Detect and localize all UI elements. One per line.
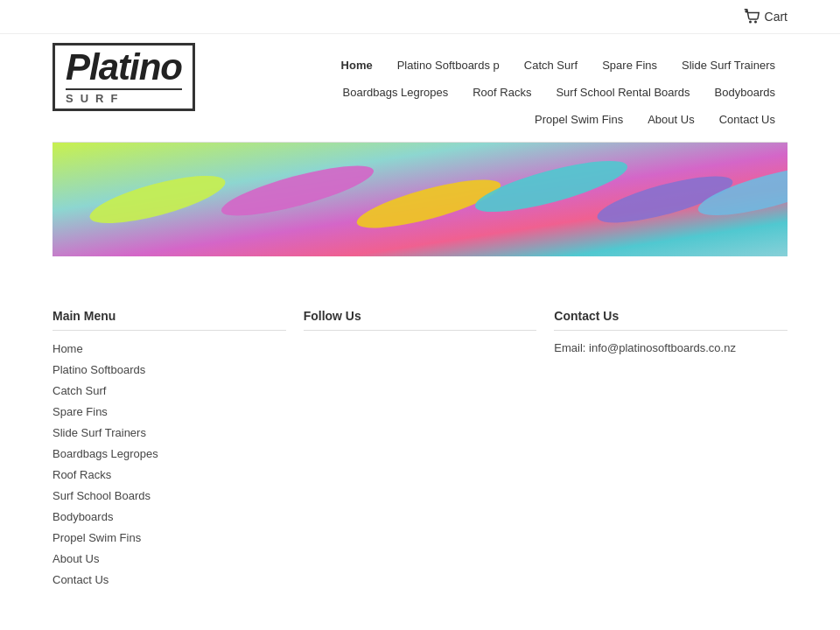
footer-link-about-us[interactable]: About Us bbox=[52, 552, 99, 565]
logo-sub-text: SURF bbox=[66, 92, 182, 105]
cart-label: Cart bbox=[765, 10, 788, 24]
top-bar: Cart bbox=[0, 0, 840, 34]
logo-main-text: Platino bbox=[66, 49, 182, 86]
nav-link-home[interactable]: Home bbox=[329, 52, 385, 79]
nav-link-about-us[interactable]: About Us bbox=[635, 106, 706, 133]
nav-link-catch-surf[interactable]: Catch Surf bbox=[512, 52, 590, 79]
footer-follow-us: Follow Us bbox=[304, 309, 537, 593]
list-item: Propel Swim Fins bbox=[52, 530, 286, 544]
nav-link-boardbags[interactable]: Boardbags Legropes bbox=[331, 79, 461, 106]
footer-contact: Contact Us Email: info@platinosoftboards… bbox=[554, 309, 788, 593]
nav-row-2: Boardbags Legropes Roof Racks Surf Schoo… bbox=[331, 79, 788, 106]
nav-link-bodyboards[interactable]: Bodyboards bbox=[703, 79, 788, 106]
list-item: Catch Surf bbox=[52, 383, 286, 397]
footer-contact-email: Email: info@platinosoftboards.co.nz bbox=[554, 341, 788, 354]
cart-button[interactable]: Cart bbox=[744, 9, 788, 24]
logo-container: Platino SURF bbox=[52, 43, 280, 111]
list-item: Roof Racks bbox=[52, 467, 286, 481]
list-item: Boardbags Legropes bbox=[52, 446, 286, 460]
cart-icon bbox=[744, 9, 760, 24]
nav-link-spare-fins[interactable]: Spare Fins bbox=[590, 52, 669, 79]
list-item: Spare Fins bbox=[52, 404, 286, 418]
footer-link-roof-racks[interactable]: Roof Racks bbox=[52, 468, 111, 481]
footer-link-bodyboards[interactable]: Bodyboards bbox=[52, 510, 113, 523]
logo-divider bbox=[66, 88, 182, 90]
nav-row-1: Home Platino Softboards p Catch Surf Spa… bbox=[329, 52, 788, 79]
nav-link-slide-surf-trainers[interactable]: Slide Surf Trainers bbox=[669, 52, 788, 79]
nav-area: Home Platino Softboards p Catch Surf Spa… bbox=[280, 43, 788, 133]
list-item: Bodyboards bbox=[52, 509, 286, 523]
list-item: Contact Us bbox=[52, 572, 286, 586]
logo-box: Platino SURF bbox=[52, 43, 195, 111]
footer-link-catch-surf[interactable]: Catch Surf bbox=[52, 384, 106, 397]
footer-link-surf-school-boards[interactable]: Surf School Boards bbox=[52, 489, 150, 502]
footer-email-label: Email: bbox=[554, 341, 585, 354]
list-item: About Us bbox=[52, 551, 286, 565]
logo-area: Platino SURF bbox=[52, 43, 280, 111]
svg-point-1 bbox=[749, 21, 751, 23]
footer-grid: Main Menu Home Platino Softboards Catch … bbox=[52, 309, 788, 593]
footer-link-spare-fins[interactable]: Spare Fins bbox=[52, 405, 108, 418]
header: Platino SURF Home Platino Softboards p C… bbox=[0, 34, 840, 133]
nav-link-surf-school-rental[interactable]: Surf School Rental Boards bbox=[543, 79, 702, 106]
footer-follow-us-heading: Follow Us bbox=[304, 309, 537, 331]
footer-link-slide-surf-trainers[interactable]: Slide Surf Trainers bbox=[52, 426, 146, 439]
nav-row-3: Propel Swim Fins About Us Contact Us bbox=[522, 106, 788, 133]
footer-main-menu-heading: Main Menu bbox=[52, 309, 286, 331]
footer-link-contact-us[interactable]: Contact Us bbox=[52, 573, 108, 586]
nav-link-platino-softboards[interactable]: Platino Softboards p bbox=[385, 52, 512, 79]
footer-link-home[interactable]: Home bbox=[52, 342, 83, 355]
footer-main-menu-list: Home Platino Softboards Catch Surf Spare… bbox=[52, 341, 286, 586]
list-item: Surf School Boards bbox=[52, 488, 286, 502]
footer-main-menu: Main Menu Home Platino Softboards Catch … bbox=[52, 309, 286, 593]
banner bbox=[52, 143, 788, 256]
footer-contact-heading: Contact Us bbox=[554, 309, 788, 331]
list-item: Slide Surf Trainers bbox=[52, 425, 286, 439]
footer-link-propel-swim-fins[interactable]: Propel Swim Fins bbox=[52, 531, 141, 544]
nav-link-contact-us[interactable]: Contact Us bbox=[707, 106, 788, 133]
nav-link-propel-swim-fins[interactable]: Propel Swim Fins bbox=[522, 106, 635, 133]
banner-svg bbox=[52, 143, 788, 256]
nav-link-roof-racks[interactable]: Roof Racks bbox=[460, 79, 543, 106]
footer-link-boardbags[interactable]: Boardbags Legropes bbox=[52, 447, 158, 460]
footer: Main Menu Home Platino Softboards Catch … bbox=[0, 291, 840, 611]
footer-email-link[interactable]: info@platinosoftboards.co.nz bbox=[589, 341, 736, 354]
list-item: Home bbox=[52, 341, 286, 355]
list-item: Platino Softboards bbox=[52, 362, 286, 376]
footer-link-platino-softboards[interactable]: Platino Softboards bbox=[52, 363, 145, 376]
svg-point-2 bbox=[754, 21, 756, 23]
